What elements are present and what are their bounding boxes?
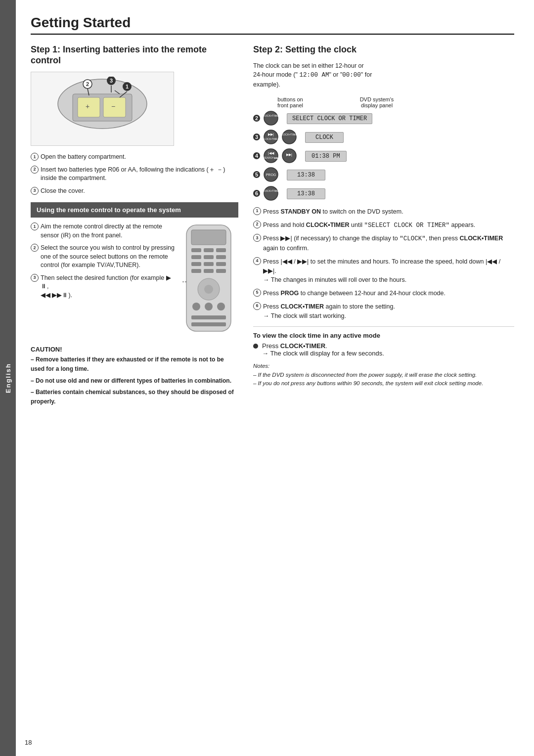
- diag-display-4: 01:38 PM: [305, 152, 347, 160]
- rew-btn-svg: |◀◀ SEARCH ▶▶: [263, 148, 279, 164]
- clock-instr-6: 6 Press CLOCK•TIMER again to store the s…: [253, 302, 514, 321]
- battery-diagram: + − 1 2 3: [31, 72, 174, 146]
- diagram-row-4: 4 |◀◀ SEARCH ▶▶ ▶▶|: [253, 148, 514, 164]
- svg-text:CLOCK•TIMER: CLOCK•TIMER: [281, 133, 297, 136]
- diag-btns-2: CLOCK•TIMER: [263, 110, 279, 126]
- remote-svg: [181, 222, 236, 336]
- svg-text:CLOCK•TIMER: CLOCK•TIMER: [263, 114, 279, 117]
- remote-illustration: [181, 222, 238, 338]
- remote-step-2: 2 Select the source you wish to control …: [31, 244, 177, 270]
- svg-rect-19: [216, 248, 226, 252]
- clock-num-2: 2: [253, 221, 261, 228]
- remote-step-3: 3 Then select the desired function (for …: [31, 274, 177, 300]
- clock-instr-1: 1 Press STANDBY ON to switch on the DVD …: [253, 207, 514, 217]
- clock-instructions: 1 Press STANDBY ON to switch on the DVD …: [253, 207, 514, 321]
- remote-step-text-3: Then select the desired function (for ex…: [41, 274, 177, 300]
- clock-text-1: Press STANDBY ON to switch on the DVD sy…: [263, 207, 514, 217]
- svg-point-30: [204, 285, 213, 294]
- remote-step-num-1: 1: [31, 222, 39, 230]
- clock-example-2: 00:00: [342, 72, 361, 79]
- caution-section: CAUTION! – Remove batteries if they are …: [31, 346, 238, 406]
- svg-rect-24: [204, 262, 214, 266]
- svg-text:PROG: PROG: [266, 173, 276, 177]
- step2-title: Step 2: Setting the clock: [253, 44, 514, 55]
- ffwd-btn-svg: ▶▶| CLOCK•TIMER: [263, 129, 279, 145]
- svg-rect-35: [191, 322, 226, 326]
- clock-btn-svg-2: CLOCK•TIMER: [263, 110, 279, 126]
- clock-text-4: Press |◀◀ / ▶▶| to set the minutes and h…: [263, 257, 514, 285]
- clock-note-6: → The clock will start working.: [263, 312, 346, 319]
- bullet-dot: [253, 344, 258, 349]
- clock-num-4: 4: [253, 257, 261, 265]
- diag-btns-3: ▶▶| CLOCK•TIMER CLOCK•TIMER: [263, 129, 297, 145]
- caution-text: – Remove batteries if they are exhausted…: [31, 355, 238, 406]
- svg-rect-17: [191, 248, 201, 252]
- diag-num-3: 3: [253, 133, 260, 140]
- svg-text:|◀◀: |◀◀: [268, 151, 274, 155]
- svg-text:SEARCH ▶▶: SEARCH ▶▶: [264, 156, 278, 159]
- clock-btn-svg-6: CLOCK•TIMER: [263, 185, 279, 201]
- notes-section: Notes: – If the DVD system is disconnect…: [253, 362, 514, 388]
- diagram-row-2: 2 CLOCK•TIMER SELECT CLOCK OR TIMER: [253, 110, 514, 126]
- remote-step-text-1: Aim the remote control directly at the r…: [41, 222, 177, 240]
- notes-line-2: – If you do not press any buttons within…: [253, 379, 514, 388]
- clock-num-1: 1: [253, 207, 261, 215]
- step1-items: 1 Open the battery compartment. 2 Insert…: [31, 153, 238, 195]
- remote-step-num-2: 2: [31, 244, 39, 252]
- svg-text:+: +: [86, 102, 89, 110]
- step1-item-3: 3 Close the cover.: [31, 187, 238, 196]
- to-view-item: Press CLOCK•TIMER. → The clock will disp…: [253, 342, 514, 357]
- step1-item-1: 1 Open the battery compartment.: [31, 153, 238, 162]
- caution-title: CAUTION!: [31, 346, 238, 353]
- clock-timer-bold: CLOCK•TIMER: [280, 342, 325, 350]
- clock-num-3: 3: [253, 234, 261, 242]
- step1-item-2: 2 Insert two batteries type R06 or AA, f…: [31, 166, 238, 183]
- diag-num-2: 2: [253, 115, 260, 122]
- step1-num-1: 1: [31, 153, 39, 161]
- diag-display-5: 13:38: [287, 171, 325, 178]
- clock-instr-5: 5 Press PROG to change between 12-hour a…: [253, 289, 514, 298]
- svg-rect-23: [191, 262, 201, 266]
- diagram-row-3: 3 ▶▶| CLOCK•TIMER CLOCK•TIMER: [253, 129, 514, 145]
- svg-text:▶▶|: ▶▶|: [268, 133, 274, 136]
- diag-btns-6: CLOCK•TIMER: [263, 185, 279, 201]
- caution-line-2: – Do not use old and new or different ty…: [31, 376, 238, 386]
- col2-label2: display panel: [337, 102, 416, 108]
- clock-diagram: buttons on front panel DVD system's disp…: [253, 96, 514, 201]
- notes-line-1: – If the DVD system is disconnected from…: [253, 371, 514, 379]
- clock-description: The clock can be set in either 12-hour o…: [253, 61, 514, 89]
- step1-text-2: Insert two batteries type R06 or AA, fol…: [41, 166, 238, 183]
- diag-btns-4: |◀◀ SEARCH ▶▶ ▶▶|: [263, 148, 297, 164]
- svg-text:CLOCK•TIMER: CLOCK•TIMER: [263, 137, 279, 140]
- svg-rect-25: [216, 262, 226, 266]
- svg-rect-21: [204, 255, 214, 259]
- clock-num-6: 6: [253, 302, 261, 310]
- svg-text:−: −: [111, 102, 115, 110]
- language-tab: English: [0, 0, 16, 756]
- step1-title: Step 1: Inserting batteries into the rem…: [31, 44, 238, 66]
- svg-rect-16: [191, 230, 226, 245]
- clock-text-3: Press ▶▶| (if necessary) to change the d…: [263, 234, 514, 253]
- svg-rect-18: [204, 248, 214, 252]
- diagram-header-col2: DVD system's display panel: [337, 96, 416, 108]
- step1-text-3: Close the cover.: [41, 187, 238, 196]
- col1-label1: buttons on: [268, 96, 312, 102]
- to-view-title: To view the clock time in any active mod…: [253, 332, 514, 339]
- step1-num-3: 3: [31, 187, 39, 195]
- to-view-section: To view the clock time in any active mod…: [253, 326, 514, 357]
- svg-point-32: [205, 303, 213, 311]
- svg-rect-34: [191, 315, 226, 319]
- clock-text-6: Press CLOCK•TIMER again to store the set…: [263, 302, 514, 321]
- remote-step-num-3: 3: [31, 274, 39, 282]
- notes-label: Notes:: [253, 362, 514, 370]
- diag-display-2: SELECT CLOCK OR TIMER: [287, 114, 372, 122]
- svg-point-42: [282, 130, 296, 144]
- prog-btn-svg: PROG: [263, 167, 279, 182]
- remote-steps-text: 1 Aim the remote control directly at the…: [31, 222, 177, 338]
- diagram-header-col1: buttons on front panel: [268, 96, 312, 108]
- clock-note-4: → The changes in minutes will roll over …: [263, 276, 406, 283]
- col1-label2: front panel: [268, 102, 312, 108]
- step1-text-1: Open the battery compartment.: [41, 153, 238, 162]
- svg-rect-20: [191, 255, 201, 259]
- svg-text:1: 1: [126, 84, 129, 89]
